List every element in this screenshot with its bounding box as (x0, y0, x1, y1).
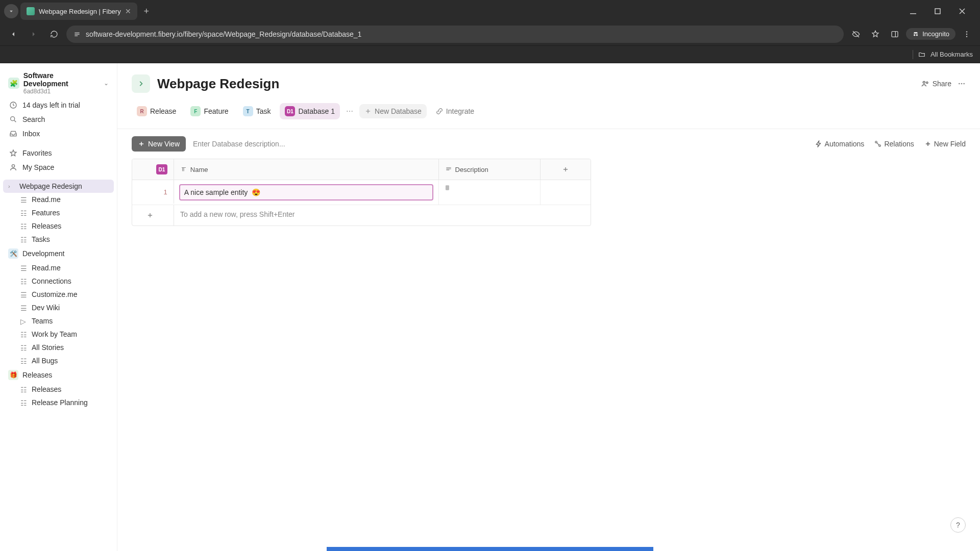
incognito-chip[interactable]: Incognito (906, 28, 955, 40)
grid-icon: ☷ (20, 331, 28, 338)
view-toolbar: New View Enter Database description... A… (117, 129, 980, 159)
workspace-switcher[interactable]: 🧩 Software Development 6ad8d3d1 ⌄ (3, 68, 114, 98)
sidebar-item-dev-wiki[interactable]: ☰Dev Wiki (3, 301, 114, 314)
bookmark-star-icon[interactable] (867, 26, 884, 42)
new-tab-button[interactable]: + (139, 4, 154, 18)
sidebar-item-releases2[interactable]: ☷Releases (3, 383, 114, 396)
svg-point-16 (926, 82, 927, 83)
trial-notice[interactable]: 14 days left in trial (3, 98, 114, 112)
share-button[interactable]: Share (921, 80, 951, 88)
tabs-dropdown-button[interactable] (4, 4, 18, 18)
database-description-input[interactable]: Enter Database description... (193, 140, 808, 148)
bookmarks-bar: All Bookmarks (0, 46, 980, 63)
integrate-button[interactable]: Integrate (431, 104, 479, 118)
svg-rect-22 (446, 185, 449, 190)
grid-icon: ☷ (20, 344, 28, 351)
nav-reload-button[interactable] (46, 26, 62, 42)
table-badge-cell: D1 (132, 159, 174, 180)
sidebar-item-release-planning[interactable]: ☷Release Planning (3, 396, 114, 409)
incognito-icon (912, 31, 919, 38)
grid-icon: ☷ (20, 278, 28, 285)
search-icon (9, 115, 17, 123)
eye-off-icon[interactable] (848, 26, 864, 42)
cell-name[interactable]: A nice sample entity 😍 (174, 180, 439, 205)
cell-description[interactable] (439, 180, 541, 205)
table-row[interactable]: 1 A nice sample entity 😍 (132, 180, 591, 205)
sidebar-item-readme[interactable]: ☰Read.me (3, 193, 114, 206)
help-button[interactable]: ? (950, 517, 966, 533)
new-field-button[interactable]: New Field (924, 140, 966, 148)
tab-feature[interactable]: FFeature (185, 103, 233, 119)
all-bookmarks-button[interactable]: All Bookmarks (930, 51, 973, 58)
svg-rect-5 (892, 31, 898, 37)
sidebar-item-dev-readme[interactable]: ☰Read.me (3, 261, 114, 274)
app: 🧩 Software Development 6ad8d3d1 ⌄ 14 day… (0, 63, 980, 551)
sidebar: 🧩 Software Development 6ad8d3d1 ⌄ 14 day… (0, 63, 117, 551)
sidebar-item-features[interactable]: ☷Features (3, 206, 114, 219)
tab-release[interactable]: RRelease (132, 103, 181, 119)
window-close-button[interactable] (954, 4, 970, 19)
sidebar-item-customize[interactable]: ☰Customize.me (3, 288, 114, 301)
tab-task[interactable]: TTask (238, 103, 276, 119)
svg-rect-0 (910, 13, 916, 14)
workspace-icon: 🧩 (8, 78, 19, 89)
column-header-name[interactable]: Name (174, 159, 439, 180)
emoji-icon: 😍 (252, 188, 260, 196)
chevron-right-icon: › (8, 183, 15, 189)
relations-button[interactable]: Relations (874, 140, 914, 148)
add-column-button[interactable] (541, 159, 591, 180)
sidebar-item-teams[interactable]: ▷Teams (3, 314, 114, 328)
window-controls (905, 4, 976, 19)
sidebar-inbox[interactable]: Inbox (3, 127, 114, 141)
nav-forward-button[interactable] (26, 26, 42, 42)
relation-icon (874, 140, 881, 147)
sidebar-favorites[interactable]: Favorites (3, 146, 114, 160)
sidebar-item-tasks[interactable]: ☷Tasks (3, 233, 114, 246)
new-view-button[interactable]: New View (132, 136, 186, 152)
sidebar-space-webpage-redesign[interactable]: › Webpage Redesign (3, 180, 114, 193)
window-minimize-button[interactable] (905, 4, 921, 19)
folder-icon (918, 51, 925, 58)
collapse-sidebar-button[interactable] (132, 74, 150, 93)
sidebar-item-releases[interactable]: ☷Releases (3, 219, 114, 233)
sidebar-space-development[interactable]: 🛠️ Development (3, 246, 114, 261)
chevron-right-icon: ▷ (20, 317, 28, 324)
url-field[interactable]: software-development.fibery.io/fibery/sp… (66, 26, 844, 43)
sidebar-item-all-bugs[interactable]: ☷All Bugs (3, 354, 114, 367)
grid-icon: ☷ (20, 386, 28, 393)
tab-close-button[interactable]: ✕ (125, 7, 131, 15)
grid-icon: ☷ (20, 357, 28, 364)
add-row-button[interactable] (132, 205, 174, 226)
browser-tab[interactable]: Webpage Redesign | Fibery ✕ (20, 3, 137, 20)
people-icon (921, 80, 929, 88)
sidebar-item-work-by-team[interactable]: ☷Work by Team (3, 328, 114, 341)
browser-menu-button[interactable] (959, 26, 975, 42)
page-menu-button[interactable] (958, 80, 966, 88)
new-database-button[interactable]: New Database (359, 104, 427, 118)
plus-icon (924, 140, 932, 147)
workspace-id: 6ad8d3d1 (23, 88, 100, 95)
new-row[interactable]: To add a new row, press Shift+Enter (132, 205, 591, 226)
sidebar-search[interactable]: Search (3, 112, 114, 127)
window-maximize-button[interactable] (930, 4, 945, 19)
sidebar-space-releases[interactable]: 🎁 Releases (3, 367, 114, 383)
inbox-icon (9, 130, 17, 138)
sidebar-my-space[interactable]: My Space (3, 160, 114, 174)
chevron-right-icon (137, 80, 144, 87)
sidebar-item-all-stories[interactable]: ☷All Stories (3, 341, 114, 354)
automations-button[interactable]: Automations (815, 140, 865, 148)
table-container: D1 Name Description 1 (117, 159, 980, 226)
side-panel-icon[interactable] (887, 26, 903, 42)
svg-point-15 (923, 81, 925, 83)
more-horizontal-icon (958, 80, 966, 88)
tab-database-1[interactable]: D1Database 1 (280, 103, 340, 119)
nav-back-button[interactable] (5, 26, 21, 42)
chevron-down-icon: ⌄ (104, 80, 109, 87)
sidebar-item-connections[interactable]: ☷Connections (3, 274, 114, 288)
incognito-label: Incognito (922, 30, 949, 38)
column-header-description[interactable]: Description (439, 159, 541, 180)
tab-more-button[interactable]: ⋯ (344, 107, 355, 115)
doc-icon (444, 184, 451, 191)
site-settings-icon (74, 31, 81, 38)
main-content: Webpage Redesign Share RRelease FFeature… (117, 63, 980, 551)
